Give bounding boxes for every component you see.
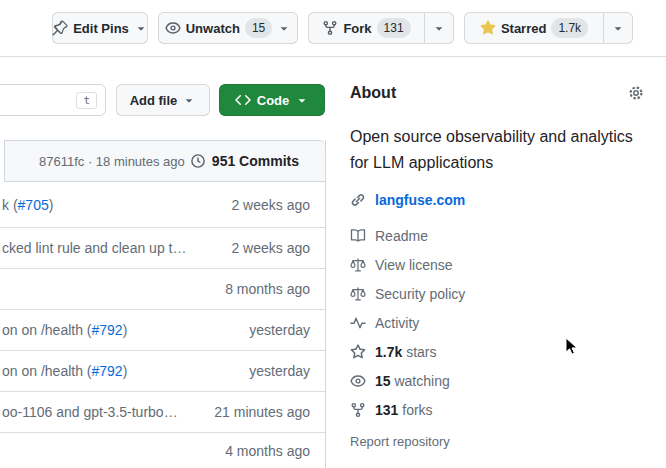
star-button-group: Starred 1.7k	[464, 12, 633, 44]
website-link[interactable]: langfuse.com	[350, 192, 666, 208]
fork-button-group: Fork 131	[308, 12, 454, 44]
fork-label: Fork	[343, 21, 371, 36]
commit-message: oo-1106 and gpt-3.5-turbo…	[2, 404, 178, 420]
latest-commit-bar: 87611fc · 18 minutes ago 951 Commits	[4, 140, 325, 182]
commit-hash-time[interactable]: 87611fc · 18 minutes ago	[39, 154, 185, 169]
readme-link[interactable]: Readme	[350, 228, 666, 244]
commit-date[interactable]: yesterday	[249, 363, 310, 379]
star-dropdown-button[interactable]	[603, 12, 633, 44]
gear-icon[interactable]	[628, 85, 644, 101]
code-icon	[235, 92, 251, 108]
commit-message: cked lint rule and clean up t…	[2, 240, 186, 256]
add-file-label: Add file	[130, 93, 178, 108]
about-section: About Open source observability and anal…	[350, 84, 666, 449]
report-repository-link[interactable]: Report repository	[350, 434, 666, 449]
edit-pins-label: Edit Pins	[73, 21, 129, 36]
table-row[interactable]: 4 months ago	[0, 433, 325, 468]
fork-icon	[322, 20, 338, 36]
commit-date[interactable]: yesterday	[249, 322, 310, 338]
starred-button[interactable]: Starred 1.7k	[464, 12, 604, 44]
commit-date[interactable]: 2 weeks ago	[231, 240, 310, 256]
eye-icon	[165, 20, 181, 36]
table-row[interactable]: k (#705) 2 weeks ago	[0, 182, 325, 228]
activity-label: Activity	[375, 315, 419, 331]
unwatch-button[interactable]: Unwatch 15	[158, 12, 298, 44]
security-policy-label: Security policy	[375, 286, 465, 302]
commit-date[interactable]: 2 weeks ago	[231, 197, 310, 213]
repo-action-bar: Edit Pins Unwatch 15 Fork 131 Starred 1.…	[0, 0, 666, 57]
chevron-down-icon	[295, 93, 309, 107]
commits-history-link[interactable]: 951 Commits	[190, 153, 299, 169]
fork-icon	[350, 402, 366, 418]
fork-count-badge: 131	[377, 18, 411, 38]
issue-link[interactable]: #792	[92, 363, 123, 379]
about-title: About	[350, 84, 396, 102]
stars-count-label: 1.7k stars	[375, 344, 436, 360]
view-license-label: View license	[375, 257, 453, 273]
watching-count-label: 15 watching	[375, 373, 450, 389]
fork-button[interactable]: Fork 131	[308, 12, 425, 44]
forks-link[interactable]: 131 forks	[350, 402, 666, 418]
add-file-button[interactable]: Add file	[116, 84, 210, 116]
star-count-badge: 1.7k	[551, 18, 588, 38]
chevron-down-icon	[432, 21, 446, 35]
commit-message: on on /health (#792)	[2, 363, 127, 379]
commit-date[interactable]: 8 months ago	[225, 281, 310, 297]
book-icon	[350, 228, 366, 244]
go-to-file-input[interactable]: t	[0, 84, 106, 116]
file-rows: k (#705) 2 weeks ago cked lint rule and …	[0, 182, 325, 468]
table-row[interactable]: cked lint rule and clean up t… 2 weeks a…	[0, 228, 325, 269]
view-license-link[interactable]: View license	[350, 257, 666, 273]
watching-link[interactable]: 15 watching	[350, 373, 666, 389]
history-icon	[190, 153, 206, 169]
security-policy-link[interactable]: Security policy	[350, 286, 666, 302]
law-icon	[350, 257, 366, 273]
commits-count-label: 951 Commits	[212, 153, 299, 169]
table-row[interactable]: oo-1106 and gpt-3.5-turbo… 21 minutes ag…	[0, 392, 325, 433]
website-label: langfuse.com	[375, 192, 465, 208]
issue-link[interactable]: #792	[92, 322, 123, 338]
stars-link[interactable]: 1.7k stars	[350, 344, 666, 360]
fork-dropdown-button[interactable]	[424, 12, 454, 44]
chevron-down-icon	[134, 21, 148, 35]
repo-description: Open source observability and analytics …	[350, 124, 650, 176]
law-icon	[350, 286, 366, 302]
star-icon	[350, 344, 366, 360]
link-icon	[350, 192, 366, 208]
pulse-icon	[350, 315, 366, 331]
table-row[interactable]: on on /health (#792) yesterday	[0, 310, 325, 351]
commit-date[interactable]: 4 months ago	[225, 443, 310, 459]
table-row[interactable]: 8 months ago	[0, 269, 325, 310]
watchers-count-badge: 15	[245, 18, 272, 38]
commit-message: on on /health (#792)	[2, 322, 127, 338]
starred-label: Starred	[501, 21, 547, 36]
code-label: Code	[257, 93, 290, 108]
activity-link[interactable]: Activity	[350, 315, 666, 331]
eye-icon	[350, 373, 366, 389]
commit-message: k (#705)	[2, 197, 53, 213]
readme-label: Readme	[375, 228, 428, 244]
chevron-down-icon	[182, 93, 196, 107]
code-button[interactable]: Code	[219, 84, 325, 116]
issue-link[interactable]: #705	[18, 197, 49, 213]
chevron-down-icon	[277, 21, 291, 35]
pin-icon	[52, 20, 68, 36]
chevron-down-icon	[611, 21, 625, 35]
unwatch-label: Unwatch	[186, 21, 240, 36]
keyboard-shortcut-badge: t	[76, 92, 97, 109]
forks-count-label: 131 forks	[375, 402, 433, 418]
file-table: 87611fc · 18 minutes ago 951 Commits k (…	[0, 140, 326, 468]
commit-date[interactable]: 21 minutes ago	[214, 404, 310, 420]
star-filled-icon	[480, 20, 496, 36]
table-row[interactable]: on on /health (#792) yesterday	[0, 351, 325, 392]
edit-pins-button[interactable]: Edit Pins	[52, 12, 148, 44]
